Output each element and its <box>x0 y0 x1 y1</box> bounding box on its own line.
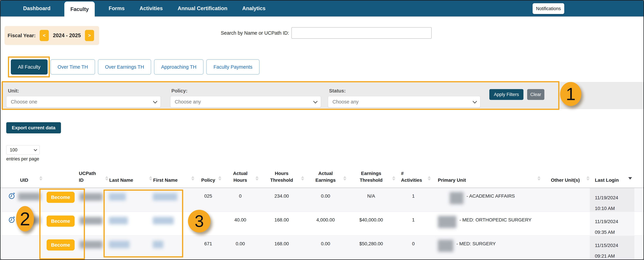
sort-toggle-icon[interactable] <box>191 176 194 180</box>
policy-select-value: Choose any <box>175 99 201 105</box>
sort-toggle-icon[interactable] <box>149 176 152 180</box>
clear-filters-button[interactable]: Clear <box>527 89 544 100</box>
cell-actual-hours: 0 <box>222 188 259 212</box>
sort-toggle-icon[interactable] <box>218 176 221 180</box>
column-header-first-name[interactable]: First Name <box>152 165 195 188</box>
sort-toggle-icon[interactable] <box>428 176 431 180</box>
primary-unit-text: - ACADEMIC AFFAIRS <box>466 193 515 199</box>
cell-hours-threshold: 234.00 <box>259 188 304 212</box>
sort-asc-icon <box>392 176 395 178</box>
sort-toggle-icon[interactable] <box>256 176 258 180</box>
column-header-ucpath[interactable]: UCPathID <box>78 165 108 188</box>
nav-tab-analytics[interactable]: Analytics <box>242 6 266 12</box>
fiscal-year-next-button[interactable]: > <box>85 30 94 41</box>
fiscal-year-bar: Fiscal Year: < 2024 - 2025 > <box>4 26 99 45</box>
filter-tab-over-earnings-th[interactable]: Over Earnings TH <box>98 59 151 75</box>
cell-last-name <box>108 188 152 212</box>
become-button[interactable]: Become <box>46 192 75 203</box>
nav-tab-annual-certification[interactable]: Annual Certification <box>178 6 228 12</box>
column-header-last-login[interactable]: Last Login <box>590 165 634 188</box>
cell-policy: 025 <box>195 188 222 212</box>
policy-filter-label: Policy: <box>172 88 188 94</box>
sort-desc-icon <box>218 179 221 180</box>
page-size-select[interactable]: 100 <box>6 145 40 155</box>
sort-active-desc-icon[interactable] <box>628 177 632 179</box>
cell-actual-earnings: 0.00 <box>304 188 347 212</box>
column-header-actual-earnings[interactable]: ActualEarnings <box>304 165 347 188</box>
filter-tabs: All FacultyOver Time THOver Earnings THA… <box>11 59 260 75</box>
redacted-last-name-link[interactable] <box>109 193 126 200</box>
cell-primary-unit: - ACADEMIC AFFAIRS <box>431 188 541 212</box>
sort-desc-icon <box>149 179 152 180</box>
filter-tab-faculty-payments[interactable]: Faculty Payments <box>206 59 259 75</box>
sort-desc-icon <box>392 179 395 180</box>
column-header-hours-threshold[interactable]: HoursThreshold <box>259 165 304 188</box>
sort-desc-icon <box>39 179 42 180</box>
apply-filters-button[interactable]: Apply Filters <box>489 89 524 100</box>
faculty-table: UIDUCPathIDLast NameFirst NamePolicyActu… <box>0 165 644 259</box>
redacted-first-name-link[interactable] <box>153 217 174 224</box>
sort-toggle-icon[interactable] <box>343 176 346 180</box>
redacted-unit-code <box>450 192 464 204</box>
column-header-other-units[interactable]: Other Unit(s) <box>541 165 590 188</box>
sort-toggle-icon[interactable] <box>39 176 42 180</box>
sort-desc-icon <box>343 179 346 180</box>
sort-asc-icon <box>538 176 540 178</box>
redacted-last-name-link[interactable] <box>109 241 130 248</box>
fiscal-year-prev-button[interactable]: < <box>40 30 49 41</box>
sort-toggle-icon[interactable] <box>105 176 108 180</box>
nav-tab-dashboard[interactable]: Dashboard <box>23 6 50 12</box>
cell-last-name <box>108 212 152 235</box>
column-header-uid[interactable]: UID <box>6 165 43 188</box>
redacted-first-name-link[interactable] <box>153 241 163 248</box>
column-header-action <box>43 165 78 188</box>
history-clock-icon[interactable] <box>8 192 15 199</box>
sort-toggle-icon[interactable] <box>392 176 395 180</box>
table-body: Become0250234.000.00N/A1- ACADEMIC AFFAI… <box>0 188 644 259</box>
policy-select[interactable]: Choose any <box>170 96 321 108</box>
nav-divider <box>0 17 644 17</box>
nav-tab-faculty[interactable]: Faculty <box>64 2 95 17</box>
redacted-uid <box>18 216 41 224</box>
chevron-down-icon <box>153 99 157 103</box>
filter-tab-approaching-th[interactable]: Approaching TH <box>154 59 204 75</box>
cell-policy: 671 <box>195 236 222 259</box>
sort-desc-icon <box>538 179 540 180</box>
become-button[interactable]: Become <box>46 239 75 250</box>
sort-toggle-icon[interactable] <box>301 176 304 180</box>
column-header-policy[interactable]: Policy <box>195 165 222 188</box>
status-filter-label: Status: <box>329 88 346 94</box>
column-header-last-name[interactable]: Last Name <box>108 165 152 188</box>
redacted-ucpath-id <box>80 241 102 248</box>
sort-asc-icon <box>149 176 152 178</box>
faculty-app-window: DashboardFacultyFormsActivitiesAnnual Ce… <box>0 0 644 260</box>
notifications-button[interactable]: Notifications <box>532 3 564 14</box>
redacted-first-name-link[interactable] <box>153 193 177 200</box>
cell-earnings-threshold: $40,000.00 <box>347 212 396 235</box>
entries-per-page-label: entries per page <box>6 156 39 162</box>
redacted-ucpath-id <box>80 217 102 225</box>
cell-hours-threshold: 168.00 <box>259 236 304 259</box>
last-login-time: 09:21 AM <box>595 251 634 260</box>
status-select[interactable]: Choose any <box>328 96 480 108</box>
sort-asc-icon <box>343 176 346 178</box>
unit-select[interactable]: Choose one <box>6 96 161 108</box>
nav-tab-forms[interactable]: Forms <box>108 6 124 12</box>
column-header-activities[interactable]: #Activities <box>396 165 431 188</box>
column-header-earnings-threshold[interactable]: EarningsThreshold <box>347 165 396 188</box>
column-header-actual-hours[interactable]: ActualHours <box>222 165 259 188</box>
filter-tab-all-faculty[interactable]: All Faculty <box>11 59 48 75</box>
sort-desc-icon <box>586 179 590 180</box>
column-header-primary-unit[interactable]: Primary Unit <box>431 165 541 188</box>
nav-tab-activities[interactable]: Activities <box>140 6 163 12</box>
redacted-last-name-link[interactable] <box>109 217 128 224</box>
filter-tab-over-time-th[interactable]: Over Time TH <box>50 59 95 75</box>
search-input[interactable] <box>292 27 432 39</box>
cell-other-units <box>541 212 590 235</box>
sort-toggle-icon[interactable] <box>586 176 590 180</box>
cell-hours-threshold: 168.00 <box>259 212 304 235</box>
history-clock-icon[interactable] <box>8 216 15 223</box>
become-button[interactable]: Become <box>46 215 75 227</box>
export-current-data-button[interactable]: Export current data <box>6 122 61 133</box>
sort-toggle-icon[interactable] <box>538 176 540 180</box>
